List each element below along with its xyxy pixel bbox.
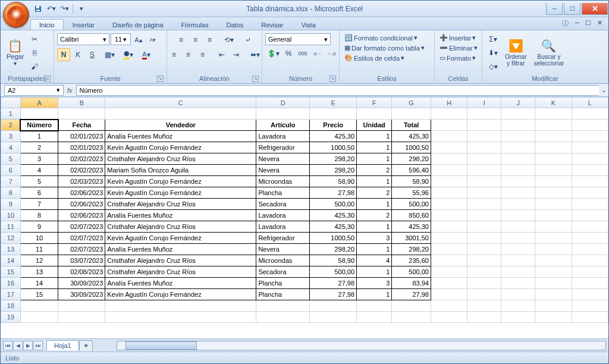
cell[interactable]: 03/07/2023 <box>58 255 105 266</box>
cell[interactable]: Nevera <box>256 153 310 165</box>
cell[interactable]: 2 <box>357 187 392 199</box>
row-header[interactable]: 5 <box>1 153 21 165</box>
cell[interactable]: Cristhafer Alejandro Cruz Ríos <box>105 266 256 278</box>
cell[interactable]: Lavadora <box>256 221 310 233</box>
cell[interactable]: 10 <box>20 233 58 244</box>
cell[interactable] <box>105 300 256 312</box>
cell[interactable]: 58,90 <box>310 255 357 266</box>
close-button[interactable]: ✕ <box>582 3 608 15</box>
cell[interactable]: Microondas <box>256 255 310 266</box>
cell[interactable] <box>357 300 392 312</box>
col-header[interactable]: C <box>105 98 256 108</box>
cell[interactable]: Cristhafer Alejandro Cruz Ríos <box>105 221 256 233</box>
cell[interactable]: 1 <box>357 153 392 165</box>
cell[interactable] <box>535 210 572 221</box>
delete-cells-button[interactable]: ➖Eliminar ▾ <box>438 43 479 53</box>
cell[interactable] <box>572 312 608 323</box>
col-header[interactable]: B <box>58 98 105 108</box>
cell[interactable] <box>431 199 467 210</box>
cell[interactable]: 1 <box>357 176 392 187</box>
col-header[interactable]: I <box>467 98 501 108</box>
sheet-nav-last-icon[interactable]: ⏭ <box>33 341 43 350</box>
cell[interactable]: 27,98 <box>310 187 357 199</box>
cell[interactable] <box>467 233 501 244</box>
cell[interactable]: 500,00 <box>310 266 357 278</box>
cell[interactable] <box>572 199 608 210</box>
tab-vista[interactable]: Vista <box>293 19 325 30</box>
cell[interactable] <box>572 120 608 131</box>
cell[interactable]: Secadora <box>256 266 310 278</box>
cell[interactable] <box>431 165 467 176</box>
cell[interactable] <box>467 289 501 300</box>
cell[interactable] <box>535 120 572 131</box>
cell[interactable] <box>431 210 467 221</box>
cell[interactable]: Microondas <box>256 176 310 187</box>
cell[interactable] <box>20 300 58 312</box>
cell[interactable] <box>501 142 535 153</box>
cell[interactable]: 55,96 <box>392 187 431 199</box>
cell[interactable]: 27,98 <box>310 278 357 289</box>
cell[interactable]: 1 <box>20 131 58 142</box>
cell[interactable] <box>501 131 535 142</box>
sort-filter-button[interactable]: 🔽 Ordenar y filtrar <box>502 37 530 68</box>
cell[interactable] <box>572 300 608 312</box>
cell[interactable]: 12 <box>20 255 58 266</box>
cell[interactable] <box>535 244 572 255</box>
grow-font-icon[interactable]: A▴ <box>132 33 145 46</box>
cell[interactable]: Plancha <box>256 187 310 199</box>
cell[interactable]: 2 <box>357 210 392 221</box>
cell[interactable]: Analía Fuentes Muñoz <box>105 210 256 221</box>
cell[interactable]: Cristhafer Alejandro Cruz Ríos <box>105 255 256 266</box>
horizontal-scrollbar[interactable] <box>117 341 606 350</box>
cell[interactable]: 02/02/2023 <box>58 165 105 176</box>
cell[interactable] <box>572 165 608 176</box>
cell[interactable]: 5 <box>20 176 58 187</box>
row-header[interactable]: 17 <box>1 289 21 300</box>
cell[interactable] <box>431 131 467 142</box>
cell[interactable] <box>535 199 572 210</box>
col-header[interactable]: L <box>572 98 608 108</box>
formula-expand-icon[interactable]: ⌄ <box>599 86 608 94</box>
copy-icon[interactable]: ⎘ <box>28 46 41 59</box>
header-cell[interactable]: Total <box>392 120 431 131</box>
cell[interactable] <box>310 300 357 312</box>
font-color-button[interactable]: A▾ <box>138 48 155 61</box>
cell[interactable]: Analía Fuentes Muñoz <box>105 131 256 142</box>
cell[interactable] <box>467 165 501 176</box>
cell[interactable] <box>105 312 256 323</box>
cell[interactable] <box>501 153 535 165</box>
tab-datos[interactable]: Datos <box>217 19 252 30</box>
indent-increase-icon[interactable]: ⇥ <box>230 48 243 61</box>
cell[interactable] <box>535 153 572 165</box>
col-header[interactable]: H <box>431 98 467 108</box>
cell[interactable]: 1 <box>357 199 392 210</box>
help-icon[interactable]: ⓘ <box>562 19 569 28</box>
cell[interactable]: 8 <box>20 210 58 221</box>
ribbon-close-icon[interactable]: ✕ <box>597 19 602 28</box>
cell[interactable] <box>431 108 467 120</box>
cell[interactable] <box>20 312 58 323</box>
cell[interactable]: Nevera <box>256 165 310 176</box>
align-center-icon[interactable]: ≡ <box>182 48 195 61</box>
cell[interactable]: 15 <box>20 289 58 300</box>
cell[interactable] <box>501 244 535 255</box>
align-right-icon[interactable]: ≡ <box>196 48 209 61</box>
cell[interactable] <box>58 300 105 312</box>
cell[interactable] <box>535 255 572 266</box>
minimize-button[interactable]: ─ <box>546 3 563 15</box>
cell[interactable]: 1 <box>357 142 392 153</box>
cell[interactable]: 27,98 <box>310 289 357 300</box>
align-left-icon[interactable]: ≡ <box>168 48 181 61</box>
cell[interactable] <box>535 289 572 300</box>
cell[interactable]: 02/01/2023 <box>58 142 105 153</box>
cell[interactable]: Lavadora <box>256 210 310 221</box>
spreadsheet-grid[interactable]: ABCDEFGHIJKL12NúmeroFechaVendedorArtícul… <box>1 97 608 338</box>
cell[interactable]: 9 <box>20 221 58 233</box>
col-header[interactable]: J <box>501 98 535 108</box>
cell[interactable]: 02/06/2023 <box>58 187 105 199</box>
underline-button[interactable]: S <box>86 48 99 61</box>
cell[interactable]: 02/07/2023 <box>58 233 105 244</box>
header-cell[interactable]: Unidad <box>357 120 392 131</box>
row-header[interactable]: 11 <box>1 221 21 233</box>
ribbon-minimize-icon[interactable]: ─ <box>575 19 579 28</box>
